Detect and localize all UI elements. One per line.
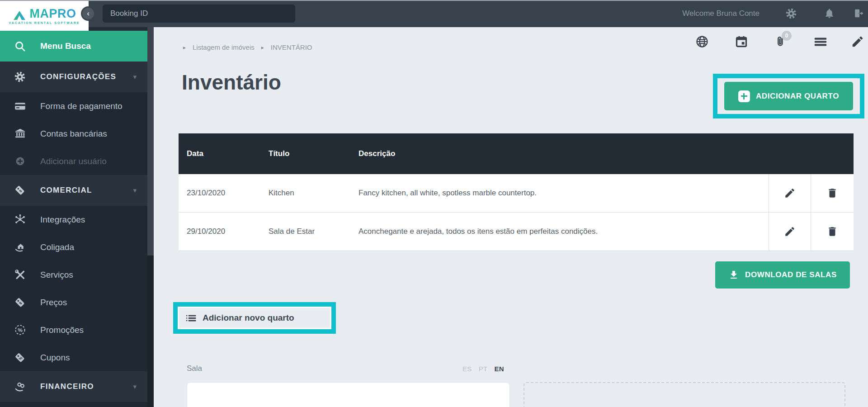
sidebar-section-financeiro[interactable]: FINANCEIRO ▾	[0, 371, 154, 402]
house-hand-icon	[12, 241, 28, 253]
globe-icon[interactable]	[695, 35, 709, 48]
sidebar-item-label: Integrações	[40, 215, 85, 225]
sidebar-item-label: Serviços	[40, 270, 73, 280]
sidebar-item-menu-busca[interactable]: Menu Busca	[0, 31, 154, 62]
lang-tab-pt[interactable]: PT	[479, 365, 488, 373]
sidebar-item-label: Promoções	[40, 325, 84, 335]
brand-name: MAPRO	[30, 7, 76, 21]
add-new-room-header[interactable]: Adicionar novo quarto	[185, 312, 294, 324]
sidebar-item-adicionar-usuario[interactable]: Adicionar usuário	[0, 147, 154, 175]
sidebar-item-contas-bancarias[interactable]: Contas bancárias	[0, 120, 154, 147]
sidebar-item-cupons[interactable]: % Cupons	[0, 344, 154, 371]
network-hub-icon	[12, 213, 28, 226]
sidebar-item-label: Preços	[40, 298, 67, 308]
language-tabs: ES PT EN	[462, 365, 504, 373]
lang-tab-es[interactable]: ES	[462, 365, 472, 373]
page-title: Inventário	[182, 70, 281, 95]
edit-row-button[interactable]	[769, 174, 811, 212]
logout-exit-icon[interactable]	[853, 8, 864, 19]
paperclip-icon[interactable]: 0	[774, 35, 787, 48]
delete-row-button[interactable]	[811, 174, 854, 212]
pencil-icon	[784, 226, 796, 237]
sidebar-item-label: Forma de pagamento	[40, 101, 123, 111]
sidebar-filler	[0, 402, 154, 407]
cell-description: Fancy kitchen, all white, spotless marbl…	[350, 189, 769, 198]
svg-text:%: %	[18, 327, 23, 333]
inventory-table: Data Título Descrição 23/10/2020 Kitchen…	[179, 133, 854, 251]
cell-title: Sala de Estar	[260, 227, 350, 236]
sidebar-section-label: FINANCEIRO	[40, 382, 94, 391]
sidebar-section-label: CONFIGURAÇÕES	[40, 72, 116, 81]
gear-icon	[12, 71, 28, 83]
sidebar-item-servicos[interactable]: Serviços	[0, 261, 154, 289]
column-header-descricao: Descrição	[350, 149, 769, 158]
calendar-icon[interactable]	[735, 35, 748, 48]
column-header-data: Data	[179, 149, 260, 158]
topbar: Welcome Bruna Conte	[0, 0, 868, 27]
breadcrumb-item-inventario[interactable]: INVENTÁRIO	[271, 43, 312, 51]
chevron-down-icon: ▾	[133, 383, 137, 391]
price-tag-icon: $	[12, 185, 28, 196]
add-new-room-label: Adicionar novo quarto	[203, 313, 294, 323]
sidebar-item-forma-pagamento[interactable]: Forma de pagamento	[0, 92, 154, 120]
download-rooms-button[interactable]: DOWNLOAD DE SALAS	[715, 261, 850, 289]
sidebar-section-comercial[interactable]: $ COMERCIAL ▾	[0, 175, 154, 206]
breadcrumb-item-listagem[interactable]: Listagem de imóveis	[193, 43, 255, 51]
annotation-box-add-room: ADICIONAR QUARTO	[713, 74, 864, 118]
download-icon	[728, 270, 739, 280]
column-header-delete	[811, 133, 854, 174]
upload-dropzone[interactable]	[524, 382, 845, 407]
welcome-text: Welcome Bruna Conte	[646, 0, 760, 27]
sidebar-item-integracoes[interactable]: Integrações	[0, 206, 154, 233]
edit-row-button[interactable]	[769, 213, 811, 251]
attachments-count-badge: 0	[782, 31, 792, 41]
sidebar-section-label: COMERCIAL	[40, 186, 92, 195]
lang-tab-en[interactable]: EN	[494, 365, 504, 373]
bank-icon	[12, 128, 28, 140]
logo-mountain-icon	[13, 9, 28, 21]
sidebar-item-precos[interactable]: $ Preços	[0, 289, 154, 316]
notifications-bell-icon[interactable]	[824, 8, 835, 19]
breadcrumb-arrow-icon: ▸	[261, 44, 264, 51]
plus-circle-icon	[12, 156, 28, 167]
cell-description: Aconchegante e arejada, todos os itens e…	[350, 227, 769, 236]
annotation-box-add-new-room: Adicionar novo quarto	[173, 302, 336, 334]
sidebar-item-label: Cupons	[40, 353, 70, 363]
list-icon[interactable]	[814, 35, 827, 48]
chevron-down-icon: ▾	[133, 73, 137, 81]
sala-field-label: Sala	[187, 364, 202, 373]
cell-date: 23/10/2020	[179, 189, 260, 198]
coupon-tag-icon: %	[12, 352, 28, 364]
table-row: 29/10/2020 Sala de Estar Aconchegante e …	[179, 213, 854, 251]
sidebar-item-promocoes[interactable]: % Promoções	[0, 316, 154, 344]
chevron-left-icon: ‹	[87, 9, 90, 18]
sidebar-collapse-button[interactable]: ‹	[81, 6, 95, 21]
pencil-icon	[784, 187, 796, 199]
list-bullets-icon	[185, 312, 197, 324]
sidebar-section-configuracoes[interactable]: CONFIGURAÇÕES ▾	[0, 62, 154, 92]
column-header-edit	[769, 133, 811, 174]
trash-icon	[826, 187, 838, 199]
settings-gear-icon[interactable]	[785, 8, 797, 19]
pencil-icon[interactable]	[851, 35, 864, 48]
add-room-button[interactable]: ADICIONAR QUARTO	[724, 82, 853, 110]
percent-circle-icon: %	[12, 324, 28, 336]
sidebar: Menu Busca CONFIGURAÇÕES ▾ Forma de paga…	[0, 27, 154, 407]
breadcrumb-arrow-icon: ▸	[183, 44, 186, 51]
sidebar-scrollbar-track	[147, 27, 154, 407]
sidebar-scrollbar-thumb[interactable]	[147, 27, 154, 256]
brand-tagline: VACATION RENTAL SOFTWARE	[9, 21, 80, 24]
sala-input[interactable]	[187, 382, 510, 407]
add-room-button-label: ADICIONAR QUARTO	[756, 92, 839, 101]
tools-icon	[12, 269, 28, 281]
delete-row-button[interactable]	[811, 213, 854, 251]
app-logo: MAPRO VACATION RENTAL SOFTWARE	[0, 0, 89, 31]
price-tag-dollar-icon: $	[12, 297, 28, 308]
sidebar-item-label: Contas bancárias	[40, 129, 107, 139]
download-rooms-button-label: DOWNLOAD DE SALAS	[745, 270, 837, 279]
cell-date: 29/10/2020	[179, 227, 260, 236]
column-header-titulo: Título	[260, 149, 350, 158]
sidebar-item-coligada[interactable]: Coligada	[0, 233, 154, 261]
sidebar-item-label: Adicionar usuário	[40, 156, 107, 166]
booking-id-input[interactable]	[103, 5, 295, 23]
